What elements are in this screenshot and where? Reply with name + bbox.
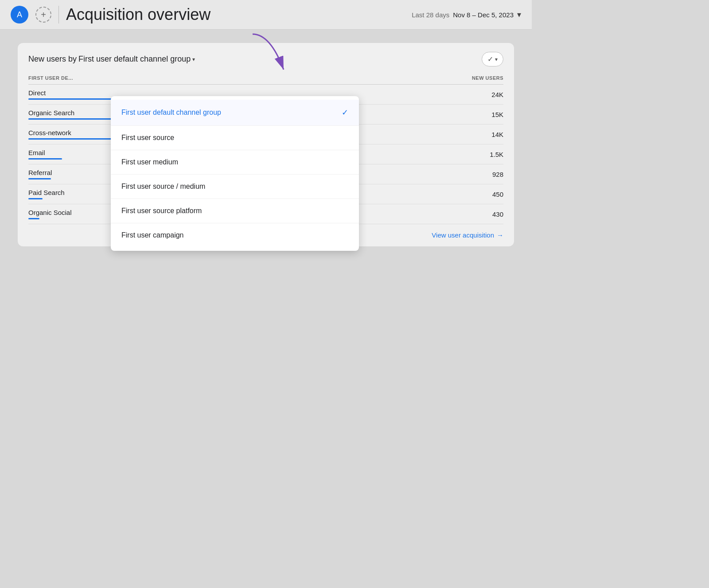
dropdown-item[interactable]: First user medium: [111, 150, 359, 175]
bar: [28, 178, 51, 179]
card-header: New users by First user default channel …: [18, 43, 514, 72]
date-dropdown-arrow[interactable]: ▾: [517, 10, 521, 19]
acquisition-card: New users by First user default channel …: [18, 43, 514, 246]
dropdown-item-label: First user source platform: [121, 207, 202, 215]
bar: [28, 158, 62, 160]
check-icon: ✓: [487, 55, 493, 63]
col-users: NEW USERS: [311, 72, 503, 85]
vertical-divider: [58, 6, 59, 23]
bar: [28, 198, 43, 199]
check-mark-icon: ✓: [342, 108, 348, 117]
page-title: Acquisition overview: [66, 5, 405, 24]
check-caret-icon: ▾: [495, 56, 498, 62]
date-range-value: Nov 8 – Dec 5, 2023: [453, 11, 514, 19]
dropdown-item[interactable]: First user source platform: [111, 199, 359, 223]
channel-group-selector[interactable]: First user default channel group ▾: [78, 55, 195, 64]
dropdown-item[interactable]: First user source: [111, 126, 359, 150]
dropdown-item-label: First user default channel group: [121, 109, 221, 117]
card-controls: ✓ ▾: [482, 52, 503, 66]
dropdown-item-label: First user campaign: [121, 231, 184, 239]
dropdown-item[interactable]: First user default channel group ✓: [111, 100, 359, 126]
bar: [28, 218, 39, 219]
dropdown-item[interactable]: First user source / medium: [111, 175, 359, 199]
selector-caret-icon: ▾: [192, 56, 195, 62]
card-title: New users by First user default channel …: [28, 55, 195, 64]
avatar[interactable]: A: [11, 6, 28, 23]
dropdown-item-label: First user medium: [121, 158, 178, 166]
dropdown-item-label: First user source / medium: [121, 183, 205, 191]
col-channel: FIRST USER DE...: [28, 72, 311, 85]
dropdown-overlay: First user default channel group ✓ First…: [111, 96, 359, 251]
dropdown-item[interactable]: First user campaign: [111, 223, 359, 247]
view-acquisition-link[interactable]: View user acquisition →: [432, 231, 503, 239]
check-button[interactable]: ✓ ▾: [482, 52, 503, 66]
add-button[interactable]: +: [35, 7, 51, 23]
dropdown-item-label: First user source: [121, 134, 174, 142]
top-bar: A + Acquisition overview Last 28 days No…: [0, 0, 532, 30]
date-range[interactable]: Last 28 days Nov 8 – Dec 5, 2023 ▾: [412, 10, 521, 19]
main-content: New users by First user default channel …: [0, 30, 532, 399]
channel-name: Direct: [28, 89, 311, 97]
date-range-label: Last 28 days: [412, 11, 449, 19]
card-title-prefix: New users by: [28, 55, 77, 64]
